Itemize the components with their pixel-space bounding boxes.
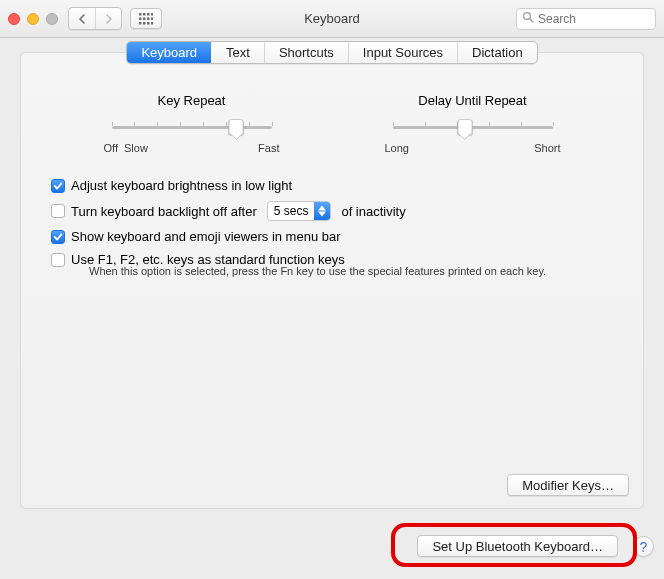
tab-text[interactable]: Text [211,42,264,63]
key-repeat-slider[interactable] [112,118,272,136]
options-list: Adjust keyboard brightness in low light … [21,172,643,277]
show-viewers-label: Show keyboard and emoji viewers in menu … [71,229,341,244]
show-viewers-checkbox[interactable] [51,230,65,244]
fn-keys-note: When this option is selected, press the … [51,265,613,277]
key-repeat-block: Key Repeat Off Slow Fast [82,93,302,154]
svg-line-13 [530,19,533,22]
svg-rect-10 [147,22,150,25]
backlight-duration-select[interactable]: 5 secs [267,201,332,221]
tab-bar: Keyboard Text Shortcuts Input Sources Di… [21,41,643,64]
delay-short-label: Short [534,142,560,154]
delay-repeat-slider[interactable] [393,118,553,136]
svg-rect-5 [143,17,146,20]
tab-shortcuts[interactable]: Shortcuts [264,42,348,63]
traffic-lights [8,13,58,25]
backlight-duration-value: 5 secs [268,204,315,218]
svg-rect-4 [139,17,142,20]
svg-rect-11 [151,22,153,25]
key-repeat-off-label: Off [104,142,118,154]
close-window-icon[interactable] [8,13,20,25]
keyboard-panel: Keyboard Text Shortcuts Input Sources Di… [20,52,644,509]
pref-body: Keyboard Text Shortcuts Input Sources Di… [0,38,664,579]
svg-rect-9 [143,22,146,25]
zoom-window-icon [46,13,58,25]
tab-keyboard[interactable]: Keyboard [127,42,211,63]
window-titlebar: Keyboard [0,0,664,38]
search-input[interactable] [538,12,650,26]
help-button[interactable]: ? [633,536,654,557]
option-show-viewers: Show keyboard and emoji viewers in menu … [51,229,613,244]
sliders-area: Key Repeat Off Slow Fast Delay Until Rep… [21,53,643,172]
select-stepper-icon [314,202,330,220]
svg-rect-0 [139,13,142,16]
back-button[interactable] [69,8,95,29]
search-field[interactable] [516,8,656,30]
adjust-brightness-checkbox[interactable] [51,179,65,193]
option-adjust-brightness: Adjust keyboard brightness in low light [51,178,613,193]
fn-keys-checkbox[interactable] [51,253,65,267]
adjust-brightness-label: Adjust keyboard brightness in low light [71,178,292,193]
backlight-off-label-after: of inactivity [341,204,405,219]
svg-rect-1 [143,13,146,16]
tab-strip: Keyboard Text Shortcuts Input Sources Di… [126,41,537,64]
key-repeat-fast-label: Fast [258,142,279,154]
svg-rect-8 [139,22,142,25]
tab-input-sources[interactable]: Input Sources [348,42,457,63]
search-icon [522,11,534,26]
nav-back-forward[interactable] [68,7,122,30]
svg-rect-2 [147,13,150,16]
backlight-off-checkbox[interactable] [51,204,65,218]
key-repeat-slow-label: Slow [124,142,148,154]
delay-repeat-knob[interactable] [457,119,472,135]
svg-rect-6 [147,17,150,20]
delay-long-label: Long [385,142,409,154]
svg-rect-7 [151,17,153,20]
option-backlight-off: Turn keyboard backlight off after 5 secs… [51,201,613,221]
key-repeat-knob[interactable] [229,119,244,135]
svg-rect-3 [151,13,153,16]
setup-bluetooth-keyboard-button[interactable]: Set Up Bluetooth Keyboard… [417,535,618,557]
forward-button[interactable] [95,8,121,29]
key-repeat-title: Key Repeat [82,93,302,108]
delay-repeat-block: Delay Until Repeat Long Short [363,93,583,154]
delay-repeat-title: Delay Until Repeat [363,93,583,108]
show-all-button[interactable] [130,8,162,29]
tab-dictation[interactable]: Dictation [457,42,537,63]
minimize-window-icon[interactable] [27,13,39,25]
bottom-bar: Set Up Bluetooth Keyboard… ? [0,515,664,579]
backlight-off-label-before: Turn keyboard backlight off after [71,204,257,219]
modifier-keys-button[interactable]: Modifier Keys… [507,474,629,496]
